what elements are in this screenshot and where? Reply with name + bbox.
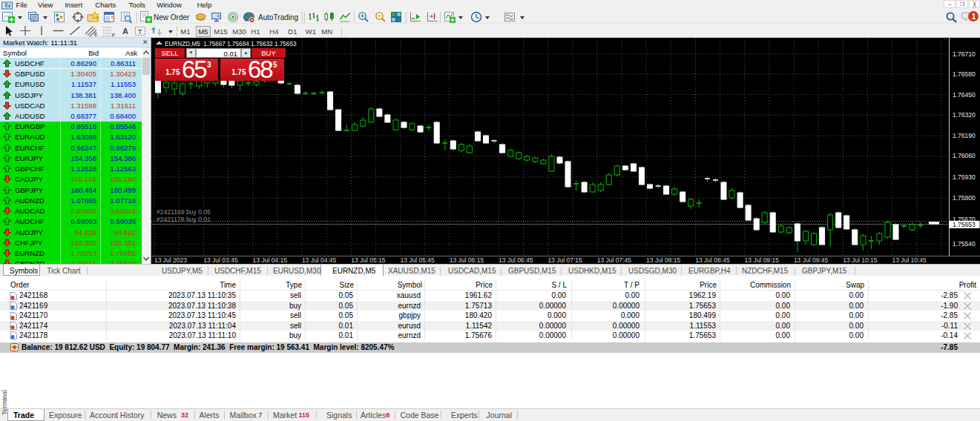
svg-text:1.75800: 1.75800 (953, 194, 976, 202)
svg-text:13 Jul 06:45: 13 Jul 06:45 (499, 256, 533, 264)
svg-text:13 Jul 09:45: 13 Jul 09:45 (794, 256, 829, 264)
svg-text:13 Jul 05:15: 13 Jul 05:15 (351, 256, 386, 264)
svg-text:EURNZD,M5 1.75667 1.75684 1.7: EURNZD,M5 1.75667 1.75684 1.75632 1.7565… (165, 41, 297, 47)
svg-text:E: E (94, 32, 98, 37)
svg-text:13 Jul 2023: 13 Jul 2023 (154, 256, 187, 264)
svg-text:F: F (112, 33, 115, 38)
svg-text:1.76710: 1.76710 (953, 50, 976, 58)
svg-text:#2421178 buy 0.01: #2421178 buy 0.01 (157, 216, 211, 223)
svg-text:13 Jul 08:15: 13 Jul 08:15 (646, 256, 681, 264)
svg-text:1.76450: 1.76450 (953, 91, 976, 99)
svg-text:1.76190: 1.76190 (953, 132, 976, 139)
svg-text:13 Jul 07:45: 13 Jul 07:45 (597, 256, 632, 264)
svg-text:1.75930: 1.75930 (953, 173, 976, 181)
svg-text:#2421169 buy 0.05: #2421169 buy 0.05 (157, 208, 211, 216)
svg-text:13 Jul 07:15: 13 Jul 07:15 (547, 256, 582, 264)
svg-text:13 Jul 10:15: 13 Jul 10:15 (843, 256, 878, 264)
svg-text:13 Jul 06:15: 13 Jul 06:15 (450, 256, 484, 264)
svg-text:1: 1 (972, 13, 976, 21)
svg-text:13 Jul 03:45: 13 Jul 03:45 (203, 256, 238, 264)
svg-text:1.75540: 1.75540 (953, 240, 976, 248)
svg-text:13 Jul 05:45: 13 Jul 05:45 (401, 256, 435, 264)
svg-text:13 Jul 10:45: 13 Jul 10:45 (892, 256, 927, 264)
svg-text:13 Jul 08:45: 13 Jul 08:45 (695, 256, 730, 264)
svg-text:1.75653: 1.75653 (953, 221, 976, 228)
svg-text:T: T (138, 28, 142, 36)
svg-text:13 Jul 09:15: 13 Jul 09:15 (745, 256, 780, 264)
svg-text:13 Jul 04:45: 13 Jul 04:45 (302, 256, 337, 264)
svg-text:1.76060: 1.76060 (953, 152, 976, 159)
svg-text:1.76580: 1.76580 (953, 70, 976, 78)
svg-text:13 Jul 04:15: 13 Jul 04:15 (253, 256, 288, 264)
svg-text:1.76320: 1.76320 (953, 111, 976, 119)
